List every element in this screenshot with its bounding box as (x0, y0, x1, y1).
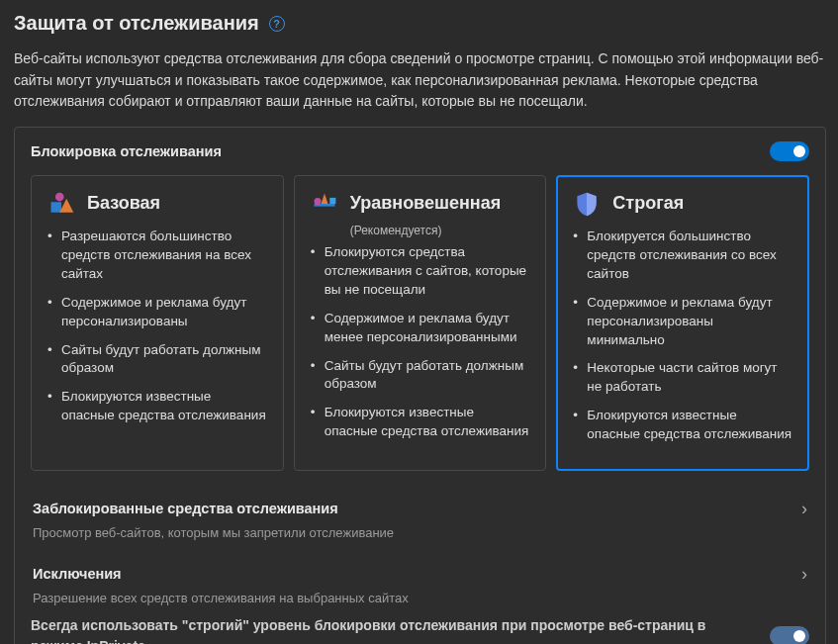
card-title-basic: Базовая (87, 193, 160, 215)
exceptions-title: Исключения (33, 566, 122, 582)
level-card-basic[interactable]: Базовая Разрешаются большинство средств … (31, 175, 284, 471)
svg-marker-4 (321, 194, 327, 205)
card-balanced-item: Блокируются известные опасные средства о… (311, 404, 530, 441)
tracking-prevention-toggle[interactable] (770, 141, 809, 161)
blocked-trackers-title: Заблокированные средства отслеживания (33, 501, 338, 516)
chevron-right-icon: › (801, 564, 807, 585)
exceptions-link[interactable]: Исключения › (31, 550, 809, 587)
svg-point-5 (314, 198, 321, 205)
balance-scale-icon (311, 190, 338, 218)
svg-point-2 (55, 193, 64, 202)
blocked-trackers-link[interactable]: Заблокированные средства отслеживания › (31, 487, 809, 521)
card-balanced-item: Блокируются средства отслеживания с сайт… (311, 243, 530, 300)
tracking-prevention-panel: Блокировка отслеживания Базовая Разрешаю… (14, 127, 826, 644)
card-title-balanced: Уравновешенная (350, 193, 502, 215)
panel-title: Блокировка отслеживания (31, 143, 222, 159)
always-strict-inprivate-label: Всегда использовать "строгий" уровень бл… (31, 615, 713, 644)
card-strict-item: Некоторые части сайтов могут не работать (573, 359, 792, 397)
help-icon[interactable]: ? (269, 16, 285, 32)
card-balanced-item: Сайты будут работать должным образом (311, 357, 530, 395)
card-basic-item: Разрешаются большинство средств отслежив… (47, 228, 267, 284)
always-strict-inprivate-toggle[interactable] (770, 626, 809, 644)
blocked-trackers-sub: Просмотр веб-сайтов, которым мы запретил… (33, 525, 807, 540)
exceptions-sub: Разрешение всех средств отслеживания на … (33, 591, 807, 605)
card-strict-item: Блокируется большинство средств отслежив… (573, 228, 792, 284)
card-basic-item: Блокируются известные опасные средства о… (47, 388, 267, 425)
card-strict-item: Содержимое и реклама будут персонализиро… (573, 294, 792, 350)
card-basic-item: Содержимое и реклама будут персонализиро… (47, 294, 267, 331)
card-title-strict: Строгая (612, 193, 684, 215)
card-strict-item: Блокируются известные опасные средства о… (573, 407, 792, 444)
card-balanced-item: Содержимое и реклама будут менее персона… (311, 310, 530, 347)
level-card-balanced[interactable]: Уравновешенная (Рекомендуется) Блокируют… (294, 175, 547, 471)
chevron-right-icon: › (801, 499, 807, 519)
intro-text: Веб-сайты используют средства отслеживан… (14, 48, 826, 113)
shield-icon (573, 190, 601, 218)
page-title: Защита от отслеживания (14, 12, 259, 35)
recommended-label: (Рекомендуется) (350, 224, 530, 237)
basic-shapes-icon (47, 190, 75, 218)
svg-marker-1 (59, 199, 73, 213)
level-card-strict[interactable]: Строгая Блокируется большинство средств … (556, 175, 809, 471)
card-basic-item: Сайты будут работать должным образом (47, 341, 267, 379)
svg-rect-0 (51, 202, 62, 213)
svg-rect-6 (329, 198, 335, 204)
